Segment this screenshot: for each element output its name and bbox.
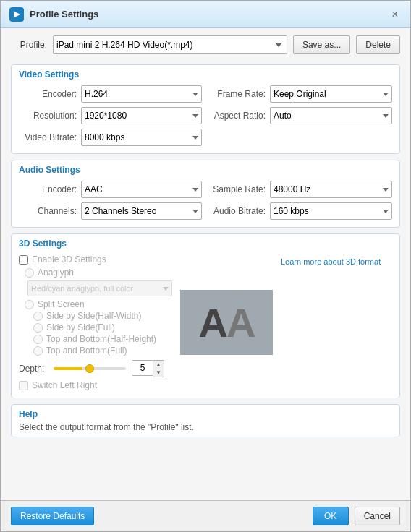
sbs-full-label: Side by Side(Full): [46, 322, 115, 332]
audio-left: Encoder: AAC Channels: 2 Channels Stereo: [19, 181, 202, 220]
depth-down-button[interactable]: ▼: [153, 369, 164, 377]
audio-encoder-label: Encoder:: [19, 184, 77, 194]
aa-preview: A A: [180, 290, 273, 355]
dialog-title: Profile Settings: [30, 9, 98, 20]
sbs-half-radio[interactable]: [33, 312, 43, 321]
tab-full-label: Top and Bottom(Full): [46, 346, 127, 356]
3d-settings-body: Enable 3D Settings Anaglyph Red/cyan ana…: [12, 252, 399, 398]
save-as-button[interactable]: Save as...: [293, 35, 350, 54]
video-settings-grid: Encoder: H.264 Resolution: 1920*1080: [19, 85, 392, 146]
3d-left: Enable 3D Settings Anaglyph Red/cyan ana…: [19, 254, 172, 390]
footer: Restore Defaults OK Cancel: [1, 500, 410, 531]
audio-bitrate-label: Audio Bitrate:: [209, 206, 266, 216]
tab-full-row: Top and Bottom(Full): [33, 346, 172, 356]
audio-encoder-row: Encoder: AAC: [19, 181, 202, 198]
3d-settings-section: 3D Settings Enable 3D Settings Anaglyph: [11, 233, 400, 398]
ok-button[interactable]: OK: [313, 507, 349, 525]
app-icon: ▶: [9, 7, 24, 22]
restore-defaults-button[interactable]: Restore Defaults: [11, 507, 94, 525]
sample-rate-row: Sample Rate: 48000 Hz: [209, 181, 392, 198]
video-bitrate-select[interactable]: 8000 kbps: [81, 129, 202, 146]
audio-settings-header: Audio Settings: [12, 160, 399, 178]
depth-slider[interactable]: [54, 367, 126, 370]
anaglyph-label: Anaglyph: [38, 267, 74, 278]
help-header: Help: [19, 409, 392, 419]
audio-encoder-select[interactable]: AAC: [81, 181, 202, 198]
audio-settings-grid: Encoder: AAC Channels: 2 Channels Stereo: [19, 181, 392, 220]
sbs-full-radio[interactable]: [33, 323, 43, 332]
enable-3d-label: Enable 3D Settings: [32, 254, 106, 265]
frame-rate-label: Frame Rate:: [209, 89, 266, 99]
resolution-row: Resolution: 1920*1080: [19, 107, 202, 124]
resolution-label: Resolution:: [19, 111, 77, 121]
video-settings-header: Video Settings: [12, 65, 399, 82]
audio-bitrate-select[interactable]: 160 kbps: [270, 202, 392, 220]
channels-select[interactable]: 2 Channels Stereo: [81, 202, 202, 220]
tab-half-row: Top and Bottom(Half-Height): [33, 334, 172, 344]
resolution-select[interactable]: 1920*1080: [81, 107, 202, 124]
split-screen-row: Split Screen: [25, 299, 172, 309]
tab-half-label: Top and Bottom(Half-Height): [46, 334, 156, 344]
switch-lr-checkbox[interactable]: [19, 381, 28, 390]
help-section: Help Select the output format from the "…: [11, 404, 400, 437]
split-screen-label: Split Screen: [38, 299, 85, 309]
depth-row: Depth: 5 ▲ ▼: [19, 360, 172, 377]
3d-settings-header: 3D Settings: [12, 234, 399, 252]
depth-spinner: 5 ▲ ▼: [132, 360, 164, 377]
sbs-full-row: Side by Side(Full): [33, 322, 172, 332]
close-button[interactable]: ×: [389, 8, 402, 21]
enable-3d-checkbox[interactable]: [19, 255, 28, 265]
delete-button[interactable]: Delete: [356, 35, 400, 54]
aspect-ratio-select[interactable]: Auto: [270, 107, 392, 124]
aspect-ratio-label: Aspect Ratio:: [209, 111, 266, 121]
help-text: Select the output format from the "Profi…: [19, 422, 392, 432]
encoder-select[interactable]: H.264: [81, 85, 202, 103]
video-left: Encoder: H.264 Resolution: 1920*1080: [19, 85, 202, 146]
encoder-row: Encoder: H.264: [19, 85, 202, 103]
audio-bitrate-row: Audio Bitrate: 160 kbps: [209, 202, 392, 220]
aa-left-letter: A: [199, 299, 226, 346]
anaglyph-row: Anaglyph: [25, 267, 172, 278]
cancel-button[interactable]: Cancel: [355, 507, 400, 525]
encoder-label: Encoder:: [19, 89, 77, 99]
switch-lr-label: Switch Left Right: [32, 380, 97, 390]
depth-spinner-btns: ▲ ▼: [153, 360, 164, 377]
video-bitrate-row: Video Bitrate: 8000 kbps: [19, 129, 202, 146]
footer-right-buttons: OK Cancel: [313, 507, 400, 525]
dialog-content: Profile: iPad mini 2 H.264 HD Video(*.mp…: [1, 28, 410, 500]
channels-label: Channels:: [19, 206, 77, 216]
frame-rate-select[interactable]: Keep Original: [270, 85, 392, 103]
learn-more-link[interactable]: Learn more about 3D format: [281, 257, 381, 390]
depth-value: 5: [132, 360, 153, 376]
split-screen-radio[interactable]: [25, 300, 34, 309]
audio-settings-body: Encoder: AAC Channels: 2 Channels Stereo: [12, 178, 399, 227]
anaglyph-type-select[interactable]: Red/cyan anaglyph, full color: [27, 280, 172, 296]
anaglyph-radio[interactable]: [25, 268, 34, 278]
depth-up-button[interactable]: ▲: [153, 361, 164, 369]
aa-right-letter: A: [226, 299, 254, 346]
profile-label: Profile:: [11, 40, 47, 50]
audio-right: Sample Rate: 48000 Hz Audio Bitrate: 160…: [209, 181, 392, 220]
switch-lr-row: Switch Left Right: [19, 380, 172, 390]
sbs-half-label: Side by Side(Half-Width): [46, 311, 141, 321]
enable-3d-row: Enable 3D Settings: [19, 254, 172, 265]
title-bar-left: ▶ Profile Settings: [9, 7, 98, 22]
video-settings-body: Encoder: H.264 Resolution: 1920*1080: [12, 82, 399, 153]
3d-preview-area: A A: [179, 254, 274, 390]
profile-row: Profile: iPad mini 2 H.264 HD Video(*.mp…: [11, 35, 400, 54]
profile-settings-dialog: ▶ Profile Settings × Profile: iPad mini …: [0, 0, 411, 532]
sample-rate-label: Sample Rate:: [209, 184, 266, 194]
sample-rate-select[interactable]: 48000 Hz: [270, 181, 392, 198]
profile-select[interactable]: iPad mini 2 H.264 HD Video(*.mp4): [53, 35, 287, 54]
title-bar: ▶ Profile Settings ×: [1, 1, 410, 28]
video-right: Frame Rate: Keep Original Aspect Ratio: …: [209, 85, 392, 146]
tab-half-radio[interactable]: [33, 335, 43, 344]
sbs-half-row: Side by Side(Half-Width): [33, 311, 172, 321]
depth-label: Depth:: [19, 364, 48, 374]
frame-rate-row: Frame Rate: Keep Original: [209, 85, 392, 103]
aspect-ratio-row: Aspect Ratio: Auto: [209, 107, 392, 124]
anaglyph-select-row: Red/cyan anaglyph, full color: [27, 280, 172, 296]
tab-full-radio[interactable]: [33, 346, 43, 356]
audio-settings-section: Audio Settings Encoder: AAC Channels:: [11, 160, 400, 228]
channels-row: Channels: 2 Channels Stereo: [19, 202, 202, 220]
